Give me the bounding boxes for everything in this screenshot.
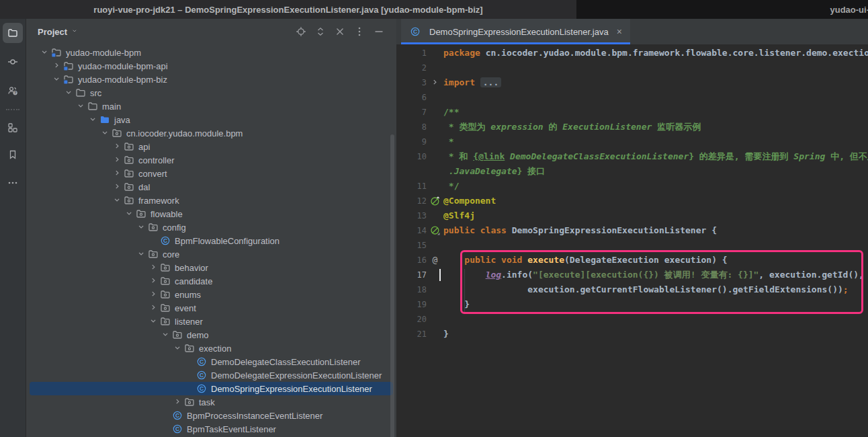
tree-item-candidate[interactable]: candidate <box>26 274 396 288</box>
tree-item-event[interactable]: event <box>26 301 396 315</box>
tool-window-button-structure[interactable] <box>3 118 23 138</box>
chevron-down-icon[interactable] <box>88 115 99 124</box>
tree-item-yudao-module-bpm-api[interactable]: yudao-module-bpm-api <box>26 59 396 73</box>
chevron-down-icon[interactable] <box>173 344 183 353</box>
tree-item-exection[interactable]: exection <box>26 342 396 355</box>
code-line-1[interactable]: 1package cn.iocoder.yudao.module.bpm.fra… <box>396 46 868 61</box>
code-line-12[interactable]: 12@Component <box>396 194 868 208</box>
tree-item-BpmTaskEventListener[interactable]: CBpmTaskEventListener <box>26 422 396 436</box>
tree-item-behavior[interactable]: behavior <box>26 261 396 274</box>
code-line-16[interactable]: 16@ public void execute(DelegateExecutio… <box>396 253 868 268</box>
tree-item-BpmFlowableConfiguration[interactable]: CBpmFlowableConfiguration <box>26 234 396 247</box>
annotated-icon[interactable]: @ <box>433 253 438 268</box>
tree-scrollbar[interactable] <box>390 134 394 437</box>
spring-icon[interactable] <box>430 225 441 236</box>
code-line-7[interactable]: 7/** <box>396 105 868 120</box>
code-line-9[interactable]: 9 * <box>396 134 868 149</box>
code-line-10[interactable]: 10 * 和 {@link DemoDelegateClassExecution… <box>396 149 868 164</box>
code-line-3[interactable]: 3import ... <box>396 75 868 90</box>
tree-item-core[interactable]: core <box>26 247 396 261</box>
tree-item-BpmProcessInstanceEventListener[interactable]: CBpmProcessInstanceEventListener <box>26 409 396 422</box>
tool-window-button-collaboration[interactable]: ? <box>3 81 23 101</box>
chevron-down-icon[interactable] <box>71 28 79 36</box>
code-text: * <box>443 134 868 149</box>
chevron-down-icon[interactable] <box>136 223 147 232</box>
code-text: public void execute(DelegateExecution ex… <box>443 253 868 268</box>
chevron-right-icon[interactable] <box>173 397 183 407</box>
code-line-15[interactable]: 15 <box>396 238 868 253</box>
code-line-6[interactable]: 6 <box>396 90 868 105</box>
chevron-right-icon[interactable] <box>148 303 159 313</box>
expand-all-icon[interactable] <box>315 26 326 37</box>
code-line-19[interactable]: 19 } <box>396 297 868 312</box>
tool-window-button-bookmarks[interactable] <box>3 145 23 165</box>
code-line-20[interactable]: 20 <box>396 312 868 327</box>
tree-item-src[interactable]: src <box>26 86 396 100</box>
tree-item-config[interactable]: config <box>26 221 396 234</box>
chevron-down-icon[interactable] <box>112 196 123 205</box>
code-line-18[interactable]: 18 execution.getCurrentFlowableListener(… <box>396 282 868 297</box>
chevron-down-icon[interactable] <box>52 75 62 84</box>
chevron-down-icon[interactable] <box>136 249 147 259</box>
chevron-down-icon[interactable] <box>76 102 87 111</box>
chevron-down-icon[interactable] <box>40 48 50 57</box>
tool-window-button-commit[interactable] <box>3 52 23 72</box>
tree-item-enums[interactable]: enums <box>26 288 396 301</box>
code-line-13[interactable]: 13@Slf4j <box>396 208 868 223</box>
chevron-right-icon[interactable] <box>112 155 123 165</box>
spring-bean-icon[interactable] <box>430 196 441 206</box>
tree-item-yudao-module-bpm[interactable]: yudao-module-bpm <box>26 46 396 59</box>
tree-item-convert[interactable]: convert <box>26 167 396 180</box>
chevron-right-icon[interactable] <box>148 290 159 299</box>
tree-item-DemoSpringExpressionExecutionListener[interactable]: CDemoSpringExpressionExecutionListener <box>30 382 393 395</box>
tree-item-main[interactable]: main <box>26 100 396 113</box>
chevron-right-icon[interactable] <box>148 263 159 272</box>
chevron-right-icon[interactable] <box>112 182 123 192</box>
tree-item-dal[interactable]: dal <box>26 180 396 194</box>
background-window-titlebar[interactable]: yudao-ui- <box>576 0 868 19</box>
chevron-down-icon[interactable] <box>100 128 111 138</box>
collapse-all-icon[interactable] <box>335 26 345 37</box>
chevron-right-icon[interactable] <box>148 276 159 286</box>
tree-item-yudao-module-bpm-biz[interactable]: yudao-module-bpm-biz <box>26 73 396 86</box>
tree-item-flowable[interactable]: flowable <box>26 207 396 221</box>
code-editor[interactable]: 1package cn.iocoder.yudao.module.bpm.fra… <box>396 44 868 437</box>
tree-item-framework[interactable]: framework <box>26 194 396 207</box>
tree-item-label: exection <box>199 344 231 354</box>
tree-item-label: api <box>138 142 150 152</box>
chevron-down-icon[interactable] <box>64 88 75 97</box>
tree-item-controller[interactable]: controller <box>26 153 396 167</box>
tree-item-demo[interactable]: demo <box>26 328 396 342</box>
editor-tab[interactable]: C DemoSpringExpressionExecutionListener.… <box>401 19 630 44</box>
chevron-right-icon[interactable] <box>112 169 123 178</box>
chevron-down-icon[interactable] <box>161 330 171 340</box>
tree-item-DemoDelegateExpressionExecutionListener[interactable]: CDemoDelegateExpressionExecutionListener <box>26 368 396 382</box>
line-number: 9 <box>396 134 427 149</box>
chevron-right-icon[interactable] <box>112 142 123 151</box>
project-panel-title[interactable]: Project <box>38 27 67 37</box>
code-line-11[interactable]: 11 */ <box>396 179 868 194</box>
code-line-14[interactable]: 14public class DemoSpringExpressionExecu… <box>396 223 868 238</box>
svg-text:C: C <box>175 426 179 432</box>
tree-item-DemoDelegateClassExecutionListener[interactable]: CDemoDelegateClassExecutionListener <box>26 355 396 368</box>
tree-item-api[interactable]: api <box>26 140 396 153</box>
chevron-down-icon[interactable] <box>148 317 159 326</box>
code-line-wrap[interactable]: .JavaDelegate} 接口 <box>396 164 868 179</box>
code-line-21[interactable]: 21} <box>396 327 868 342</box>
close-icon[interactable]: × <box>617 26 622 37</box>
locate-icon[interactable] <box>296 26 306 37</box>
chevron-right-icon[interactable] <box>52 61 62 71</box>
tree-item-listener[interactable]: listener <box>26 315 396 328</box>
chevron-down-icon[interactable] <box>124 209 135 218</box>
tree-item-task[interactable]: task <box>26 395 396 409</box>
tree-item-cn.iocoder.yudao.module.bpm[interactable]: cn.iocoder.yudao.module.bpm <box>26 126 396 140</box>
code-line-2[interactable]: 2 <box>396 61 868 75</box>
hide-icon[interactable] <box>374 26 384 37</box>
tree-item-java[interactable]: java <box>26 113 396 126</box>
tool-window-button-project[interactable] <box>3 23 23 43</box>
code-line-17[interactable]: 17 log.info("[execute][execution({}) 被调用… <box>396 268 868 282</box>
options-icon[interactable] <box>354 26 365 37</box>
tool-window-button-more-tools[interactable] <box>3 173 23 193</box>
code-line-8[interactable]: 8 * 类型为 expression 的 ExecutionListener 监… <box>396 120 868 134</box>
fold-expand-icon[interactable] <box>431 78 440 87</box>
